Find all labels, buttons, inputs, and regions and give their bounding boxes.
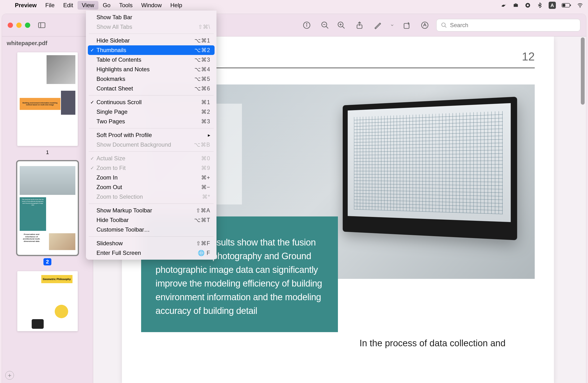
menu-show-all-tabs: Show All Tabs⇧⌘\ (88, 22, 214, 32)
search-input[interactable] (450, 22, 576, 29)
svg-line-23 (445, 26, 446, 28)
menu-help[interactable]: Help (166, 1, 187, 10)
highlight-dropdown-button[interactable] (389, 19, 395, 32)
menu-separator (89, 151, 214, 152)
menu-go[interactable]: Go (98, 1, 115, 10)
markup-button[interactable] (418, 19, 432, 32)
user-badge[interactable]: A (549, 2, 556, 9)
svg-line-16 (342, 26, 345, 28)
minimize-window-button[interactable] (16, 22, 21, 28)
menu-zoom-out[interactable]: Zoom Out⌘− (88, 182, 214, 192)
menu-zoom-to-fit: ✓Zoom to Fit⌘9 (88, 163, 214, 173)
menu-view[interactable]: View (78, 1, 99, 10)
highlight-button[interactable] (371, 19, 384, 32)
chevron-right-icon: ▸ (208, 132, 210, 138)
menu-file[interactable]: File (41, 1, 59, 10)
svg-rect-5 (570, 4, 571, 6)
menu-soft-proof[interactable]: Soft Proof with Profile▸ (88, 130, 214, 140)
close-window-button[interactable] (8, 22, 13, 28)
bird-icon[interactable] (501, 2, 507, 8)
svg-rect-7 (39, 22, 45, 28)
menu-separator (89, 204, 214, 204)
wifi-icon[interactable] (577, 2, 583, 8)
menu-separator (89, 128, 214, 128)
thumbnail-2-preview: The practical results show that the fusi… (17, 161, 78, 255)
menu-hide-sidebar[interactable]: Hide Sidebar⌥⌘1 (88, 36, 214, 45)
svg-rect-4 (563, 4, 566, 7)
search-icon (441, 22, 447, 28)
scrollbar[interactable] (580, 38, 586, 382)
thumbnail-1-preview: Building environment information modelin… (17, 52, 78, 146)
menu-bookmarks[interactable]: Bookmarks⌥⌘5 (88, 74, 214, 84)
thumbnails-panel: Building environment information modelin… (2, 50, 93, 368)
menu-hide-toolbar[interactable]: Hide Toolbar⌥⌘T (88, 215, 214, 225)
view-menu-dropdown: Show Tab Bar Show All Tabs⇧⌘\ Hide Sideb… (86, 11, 216, 260)
thumbnail-3-preview: Geometric Philosophy (17, 271, 78, 331)
menu-separator (89, 34, 214, 34)
storage-icon[interactable] (525, 2, 531, 8)
zoom-in-button[interactable] (335, 19, 348, 32)
menu-edit[interactable]: Edit (59, 1, 77, 10)
app-name[interactable]: Preview (11, 1, 41, 10)
menu-show-markup-toolbar[interactable]: Show Markup Toolbar⇧⌘A (88, 206, 214, 215)
search-box[interactable] (436, 19, 580, 31)
thumbnail-3[interactable]: Geometric Philosophy (5, 271, 89, 331)
menu-enter-full-screen[interactable]: Enter Full Screen🌐 F (88, 248, 214, 258)
svg-point-6 (580, 7, 580, 8)
check-icon: ✓ (90, 165, 94, 171)
info-button[interactable] (300, 19, 314, 32)
thumbnail-2-number: 2 (43, 258, 51, 265)
svg-point-2 (527, 4, 529, 6)
svg-line-13 (326, 26, 328, 28)
sidebar-toggle-button[interactable] (35, 19, 48, 32)
menu-zoom-in[interactable]: Zoom In⌘+ (88, 173, 214, 182)
menu-highlights-notes[interactable]: Highlights and Notes⌥⌘4 (88, 64, 214, 74)
menu-single-page[interactable]: Single Page⌘2 (88, 107, 214, 117)
menubar-status: A (501, 2, 583, 9)
box-icon[interactable] (513, 2, 519, 8)
check-icon: ✓ (90, 155, 94, 161)
rotate-button[interactable] (400, 19, 413, 32)
add-page-button[interactable]: + (5, 371, 14, 380)
menu-show-tab-bar[interactable]: Show Tab Bar (88, 13, 214, 22)
battery-icon[interactable] (562, 3, 571, 8)
window-controls (8, 22, 30, 28)
menu-two-pages[interactable]: Two Pages⌘3 (88, 117, 214, 126)
svg-rect-0 (514, 4, 518, 7)
svg-point-22 (441, 23, 445, 26)
sidebar-footer: + (2, 368, 93, 383)
menu-table-of-contents[interactable]: Table of Contents⌥⌘3 (88, 55, 214, 64)
menu-zoom-to-selection: Zoom to Selection⌘* (88, 192, 214, 202)
thumbnail-1[interactable]: Building environment information modelin… (5, 52, 89, 155)
document-title: whitepaper.pdf (2, 37, 93, 50)
menubar-left: Preview File Edit View Go Tools Window H… (5, 1, 187, 10)
bluetooth-icon[interactable] (537, 2, 543, 8)
share-button[interactable] (353, 19, 366, 32)
menu-tools[interactable]: Tools (115, 1, 137, 10)
menu-actual-size: ✓Actual Size⌘0 (88, 154, 214, 163)
menu-customise-toolbar[interactable]: Customise Toolbar… (88, 225, 214, 234)
menu-separator (89, 95, 214, 96)
scrollbar-thumb[interactable] (581, 38, 585, 105)
fullscreen-window-button[interactable] (25, 22, 30, 28)
page-number: 12 (522, 50, 535, 63)
menubar: Preview File Edit View Go Tools Window H… (0, 0, 588, 11)
thumbnail-2[interactable]: The practical results show that the fusi… (5, 161, 89, 265)
menu-show-doc-background: Show Document Background⌥⌘B (88, 140, 214, 149)
menu-window[interactable]: Window (137, 1, 166, 10)
check-icon: ✓ (90, 47, 94, 53)
page-body-text: In the process of data collection and (359, 337, 535, 350)
sidebar: whitepaper.pdf Building environment info… (2, 37, 93, 383)
menu-contact-sheet[interactable]: Contact Sheet⌥⌘6 (88, 84, 214, 93)
menu-continuous-scroll[interactable]: ✓Continuous Scroll⌘1 (88, 97, 214, 107)
svg-point-11 (307, 23, 307, 24)
menu-slideshow[interactable]: Slideshow⇧⌘F (88, 238, 214, 248)
thumbnail-1-number: 1 (46, 149, 49, 155)
check-icon: ✓ (90, 99, 94, 105)
zoom-out-button[interactable] (318, 19, 332, 32)
menu-thumbnails[interactable]: ✓Thumbnails⌥⌘2 (88, 45, 214, 55)
menu-separator (89, 236, 214, 237)
